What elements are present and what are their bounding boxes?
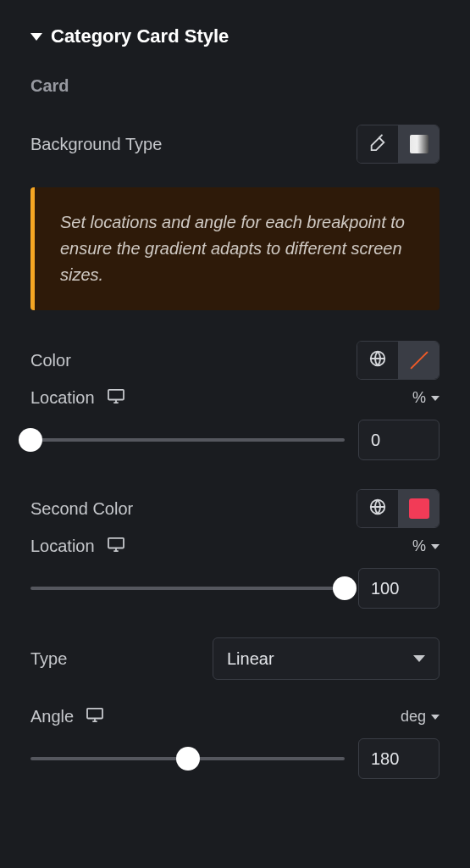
type-row: Type Linear (30, 637, 440, 680)
background-classic-button[interactable] (357, 125, 398, 163)
second-color-swatch-button[interactable] (398, 490, 439, 527)
card-subheader: Card (30, 76, 440, 96)
svg-rect-3 (108, 538, 124, 548)
color-row: Color (30, 341, 440, 380)
color-controls (357, 341, 440, 380)
location1-row: Location % (30, 388, 440, 408)
slider-thumb[interactable] (333, 576, 357, 600)
color-swatch-button[interactable] (398, 342, 439, 379)
location1-slider[interactable] (30, 428, 345, 452)
angle-value-input[interactable]: 180 (358, 738, 440, 779)
second-color-controls (357, 489, 440, 528)
location1-value: 0 (371, 431, 380, 450)
monitor-icon[interactable] (107, 388, 125, 408)
background-type-label: Background Type (30, 135, 162, 154)
gradient-notice: Set locations and angle for each breakpo… (30, 187, 440, 310)
globe-icon (368, 498, 387, 520)
color-swatch-icon (409, 498, 429, 519)
angle-label: Angle (30, 707, 74, 726)
slider-thumb[interactable] (176, 747, 200, 771)
location2-slider[interactable] (30, 576, 345, 600)
angle-value: 180 (371, 749, 399, 769)
chevron-down-icon (431, 544, 440, 549)
location2-unit-select[interactable]: % (412, 537, 440, 555)
location1-value-input[interactable]: 0 (358, 420, 440, 460)
angle-unit: deg (401, 708, 426, 726)
location2-value: 100 (371, 579, 399, 598)
color-label: Color (30, 351, 71, 370)
chevron-down-icon (413, 655, 425, 662)
location2-row: Location % (30, 537, 440, 556)
type-value: Linear (227, 649, 274, 669)
angle-row: Angle deg (30, 707, 440, 726)
slider-track (30, 438, 345, 442)
background-type-group (357, 125, 440, 164)
location1-label: Location (30, 388, 95, 408)
empty-swatch-icon (410, 351, 428, 369)
background-type-row: Background Type (30, 125, 440, 164)
slider-track (30, 587, 345, 590)
section-header[interactable]: Category Card Style (30, 25, 440, 47)
angle-slider[interactable] (30, 747, 345, 771)
location1-unit: % (412, 389, 426, 407)
svg-rect-1 (108, 390, 124, 400)
second-color-label: Second Color (30, 499, 133, 519)
monitor-icon[interactable] (107, 537, 125, 556)
type-label: Type (30, 649, 67, 669)
angle-unit-select[interactable]: deg (401, 708, 440, 726)
section-title: Category Card Style (51, 25, 229, 47)
global-second-color-button[interactable] (357, 490, 398, 527)
second-color-row: Second Color (30, 489, 440, 528)
background-gradient-button[interactable] (398, 125, 439, 163)
global-color-button[interactable] (357, 342, 398, 379)
location2-unit: % (412, 537, 426, 555)
globe-icon (368, 349, 387, 372)
gradient-icon (410, 135, 429, 153)
location2-label: Location (30, 537, 95, 556)
slider-thumb[interactable] (19, 428, 42, 452)
caret-down-icon (30, 33, 42, 41)
location2-value-input[interactable]: 100 (358, 568, 440, 609)
monitor-icon[interactable] (86, 707, 104, 726)
location1-unit-select[interactable]: % (412, 389, 440, 407)
svg-rect-4 (87, 709, 102, 719)
type-select[interactable]: Linear (213, 637, 440, 680)
chevron-down-icon (431, 396, 440, 401)
brush-icon (368, 133, 387, 156)
chevron-down-icon (431, 715, 440, 720)
